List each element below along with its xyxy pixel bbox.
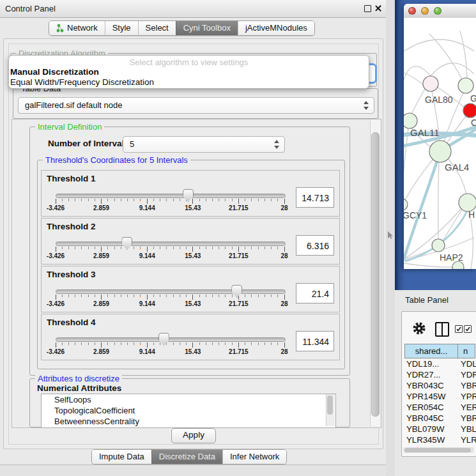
tick-mark <box>219 342 219 345</box>
tick-mark <box>75 199 75 201</box>
group-label: Threshold's Coordinates for 5 Intervals <box>43 155 190 165</box>
tick-label: 9.144 <box>139 252 155 259</box>
table-column-header[interactable]: n <box>457 344 475 358</box>
attributes-scrollbar-thumb[interactable] <box>327 395 333 415</box>
tick-mark <box>251 295 252 297</box>
tick-mark <box>121 295 121 297</box>
major-tick-mark <box>147 342 148 348</box>
spinner-arrows-icon[interactable] <box>274 139 280 150</box>
tick-mark <box>95 247 95 249</box>
tab-label: Discretize Data <box>159 452 215 461</box>
network-node-hap2[interactable] <box>432 239 445 252</box>
table-data-combobox[interactable]: galFiltered.sif default node <box>18 97 374 114</box>
network-node[interactable] <box>463 104 476 118</box>
tick-mark <box>206 342 206 345</box>
table-row[interactable]: YPR145WYPR1 <box>404 392 476 403</box>
threshold-slider-track[interactable] <box>56 289 286 294</box>
network-node-gal11[interactable] <box>404 113 417 128</box>
tick-label: 28 <box>280 252 288 259</box>
attribute-item[interactable]: BetweennessCentrality <box>42 416 335 427</box>
network-node-gal80[interactable] <box>423 76 438 91</box>
tick-label: 2.859 <box>93 204 109 211</box>
network-node-gal4[interactable] <box>429 141 451 162</box>
attribute-item[interactable]: SelfLoops <box>42 394 335 405</box>
threshold-slider-thumb[interactable] <box>231 285 242 298</box>
network-edge[interactable] <box>438 162 439 239</box>
table-cell: YER0 <box>461 403 476 412</box>
tick-mark <box>166 295 167 297</box>
threshold-value-field[interactable]: 6.316 <box>296 235 334 256</box>
tick-mark <box>265 295 265 297</box>
gear-icon[interactable] <box>412 321 426 335</box>
attribute-item[interactable]: TopologicalCoefficient <box>42 405 335 416</box>
panel-scrollbar-thumb[interactable] <box>371 132 380 417</box>
dropdown-option[interactable]: Manual Discretization <box>9 67 369 77</box>
network-edge[interactable] <box>404 159 433 201</box>
dropdown-option[interactable]: Equal Width/Frequency Discretization <box>9 77 369 88</box>
tab-style[interactable]: Style <box>105 21 138 35</box>
mac-minimize-icon[interactable] <box>421 7 429 15</box>
table-row[interactable]: YBR045CYBR0 <box>404 413 476 424</box>
network-node-h[interactable] <box>459 194 476 211</box>
tick-mark <box>258 342 259 345</box>
spinner-arrows-icon[interactable] <box>364 100 369 111</box>
tick-mark <box>180 247 180 249</box>
network-window-titlebar[interactable] <box>404 4 476 19</box>
mac-close-icon[interactable] <box>408 7 416 15</box>
table-hscrollbar-thumb[interactable] <box>404 448 471 452</box>
checkbox-checked-icon[interactable] <box>464 325 472 333</box>
table-row[interactable]: YBL079WYBL0 <box>404 424 476 435</box>
table-cell: YDL1 <box>461 359 476 369</box>
network-edge[interactable] <box>404 72 423 84</box>
table-row[interactable]: YLR345WYLR3 <box>404 435 476 446</box>
tick-mark <box>160 199 160 201</box>
apply-button[interactable]: Apply <box>171 428 216 443</box>
network-node-gcy1[interactable] <box>404 199 408 210</box>
table-row[interactable]: YDR27...YDR2 <box>404 370 476 381</box>
network-edge[interactable] <box>431 63 474 76</box>
network-edge[interactable] <box>460 31 467 79</box>
tick-mark <box>186 295 187 297</box>
tick-mark <box>134 295 134 297</box>
tab-impute-data[interactable]: Impute Data <box>92 450 151 464</box>
table-column-header[interactable]: shared... <box>404 344 458 358</box>
group-label: Interval Definition <box>35 122 104 132</box>
close-icon[interactable] <box>374 4 382 12</box>
tab-infer-network[interactable]: Infer Network <box>222 450 286 464</box>
network-edge[interactable] <box>404 128 408 199</box>
network-canvas[interactable]: GAL80GALCGAL11GAL4GCY1HHAP2 <box>404 18 476 269</box>
tab-discretize-data[interactable]: Discretize Data <box>151 450 222 464</box>
bottom-strip <box>0 464 386 476</box>
network-edge[interactable] <box>469 211 473 269</box>
float-window-icon[interactable] <box>364 5 371 12</box>
major-tick-mark <box>101 295 102 300</box>
threshold-slider-track[interactable] <box>56 337 286 342</box>
tab-network[interactable]: Network <box>49 21 105 35</box>
table-panel-box: shared...n YDL19...YDL1YDR27...YDR2YBR04… <box>401 311 476 457</box>
checkbox-checked-icon[interactable] <box>455 325 463 333</box>
tab-cyni-toolbox[interactable]: Cyni Toolbox <box>176 21 238 35</box>
number-of-intervals-label: Number of Intervals <box>48 139 129 148</box>
split-pane-icon[interactable] <box>435 322 449 337</box>
tick-mark <box>232 295 233 297</box>
threshold-slider-track[interactable] <box>56 242 286 246</box>
network-node[interactable] <box>458 78 473 93</box>
tab-jactivemnodules[interactable]: jActiveMNodules <box>238 21 314 35</box>
table-row[interactable]: YER054CYER0 <box>404 403 476 413</box>
network-edge[interactable] <box>429 34 463 81</box>
major-tick-mark <box>147 199 148 204</box>
major-tick-mark <box>284 342 285 348</box>
table-row[interactable]: YBR043CYBR0 <box>404 381 476 392</box>
tab-select[interactable]: Select <box>138 21 176 35</box>
network-edge[interactable] <box>404 263 453 267</box>
table-row[interactable]: YDL19...YDL1 <box>404 359 476 370</box>
threshold-slider-thumb[interactable] <box>121 237 132 250</box>
threshold-slider-track[interactable] <box>56 194 286 198</box>
threshold-value-field[interactable]: 21.4 <box>296 283 334 303</box>
threshold-value-field[interactable]: 14.713 <box>296 187 334 208</box>
mac-zoom-icon[interactable] <box>434 7 441 15</box>
numerical-attributes-list[interactable]: SelfLoopsTopologicalCoefficientBetweenne… <box>41 394 336 428</box>
number-of-intervals-spinner[interactable]: 5 <box>123 136 285 153</box>
threshold-value-field[interactable]: 11.344 <box>296 331 334 351</box>
network-edge[interactable] <box>411 89 425 114</box>
